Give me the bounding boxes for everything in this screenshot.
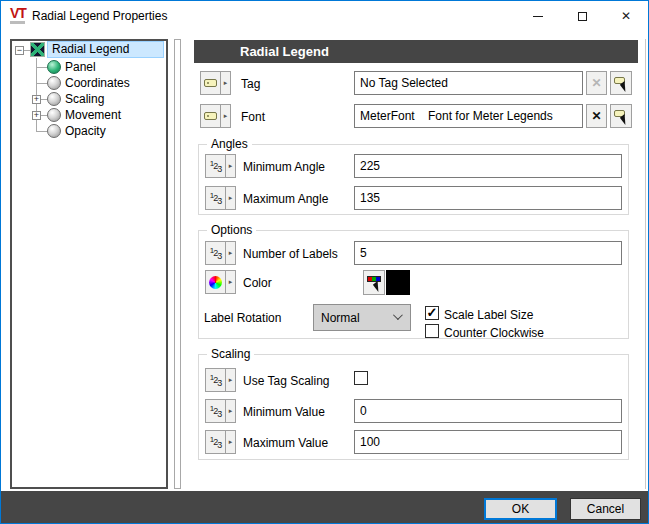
label-rotation-label: Label Rotation [204,311,281,325]
tag-label: Tag [241,77,260,91]
ok-button[interactable]: OK [484,498,557,520]
footer-bar: OK Cancel [1,491,648,523]
scale-label-size-label: Scale Label Size [444,308,533,322]
number-of-labels-label: Number of Labels [243,247,338,261]
maximize-icon [578,12,587,21]
number-of-labels-input[interactable] [354,241,622,265]
tree-item-movement[interactable]: Movement [65,107,121,123]
use-tag-scaling-type-button[interactable]: 123 ▸ [205,368,236,392]
dropdown-arrow-icon[interactable]: ▸ [221,71,231,95]
cursor-icon [620,114,630,125]
tree-item-radial-legend[interactable]: Radial Legend [47,41,164,58]
dropdown-arrow-icon[interactable]: ▸ [226,270,236,294]
number-of-labels-type-button[interactable]: 123 ▸ [205,241,236,265]
tree-connector [36,67,47,68]
color-swatch[interactable] [386,270,410,295]
minimum-angle-input[interactable] [354,154,622,178]
minimum-angle-label: Minimum Angle [243,160,325,174]
tree-item-scaling[interactable]: Scaling [65,91,104,107]
maximum-angle-input[interactable] [354,186,622,210]
app-logo-text: VT [10,6,30,20]
title-bar[interactable]: VT Radial Legend Properties ✕ [1,1,648,31]
minimize-icon [533,16,543,17]
minimize-button[interactable] [516,1,560,31]
app-logo-icon: VT [10,6,30,24]
minimum-value-type-button[interactable]: 123 ▸ [205,399,236,423]
minimum-value-label: Minimum Value [243,405,325,419]
font-input[interactable] [354,104,583,128]
maximum-value-type-button[interactable]: 123 ▸ [205,430,236,454]
chevron-down-icon [393,310,403,320]
dropdown-arrow-icon[interactable]: ▸ [226,368,236,392]
tree-connector [36,83,47,84]
close-button[interactable]: ✕ [604,1,648,31]
counter-clockwise-label: Counter Clockwise [444,326,544,340]
numeric-icon: 123 [205,368,226,392]
scaling-node-icon [47,92,61,106]
minimum-angle-type-button[interactable]: 123 ▸ [205,154,236,178]
caption-buttons: ✕ [516,1,648,31]
dropdown-arrow-icon[interactable]: ▸ [226,154,236,178]
tag-icon [200,71,221,95]
use-tag-scaling-label: Use Tag Scaling [243,374,330,388]
scaling-group: Scaling 123 ▸ Use Tag Scaling 123 ▸ Mini… [198,354,629,460]
maximum-angle-label: Maximum Angle [243,192,328,206]
angles-group-legend: Angles [207,137,252,151]
cancel-button[interactable]: Cancel [570,498,641,520]
dropdown-arrow-icon[interactable]: ▸ [226,186,236,210]
font-select-button[interactable] [610,104,632,128]
font-menu-button[interactable]: ▸ [200,104,231,128]
maximum-value-input[interactable] [354,430,622,454]
color-picker-button[interactable] [363,270,385,295]
maximum-angle-type-button[interactable]: 123 ▸ [205,186,236,210]
color-menu-button[interactable]: ▸ [205,270,236,294]
tree-item-coordinates[interactable]: Coordinates [65,75,130,91]
movement-node-icon [47,108,61,122]
color-bar-icon [367,276,381,282]
dropdown-arrow-icon[interactable]: ▸ [226,241,236,265]
cursor-icon [373,281,383,292]
scaling-group-legend: Scaling [207,347,254,361]
numeric-icon: 123 [205,399,226,423]
font-clear-button[interactable]: ✕ [586,104,607,128]
dropdown-arrow-icon[interactable]: ▸ [221,104,231,128]
maximize-button[interactable] [560,1,604,31]
tree-root-expander[interactable]: − [15,46,24,55]
options-group: Options 123 ▸ Number of Labels ▸ Color L… [198,230,629,339]
clear-icon: ✕ [591,109,601,123]
tag-input[interactable] [354,71,583,95]
dropdown-arrow-icon[interactable]: ▸ [226,430,236,454]
numeric-icon: 123 [205,154,226,178]
panel-header: Radial Legend [194,40,638,63]
use-tag-scaling-checkbox[interactable] [354,371,368,385]
tree-movement-expander[interactable]: + [32,111,41,120]
dropdown-arrow-icon[interactable]: ▸ [226,399,236,423]
tree-item-panel[interactable]: Panel [65,59,96,75]
tree-item-opacity[interactable]: Opacity [65,123,106,139]
tag-menu-button[interactable]: ▸ [200,71,231,95]
minimum-value-input[interactable] [354,399,622,423]
close-icon: ✕ [621,10,631,22]
tag-clear-button: ✕ [586,71,607,95]
panel-splitter[interactable] [174,39,181,489]
right-panel-edge [645,39,646,489]
opacity-node-icon [47,124,61,138]
coordinates-node-icon [47,76,61,90]
check-icon: ✓ [427,305,438,320]
tree-connector [36,131,47,132]
counter-clockwise-checkbox[interactable] [425,324,439,338]
cursor-icon [620,81,630,92]
label-rotation-value: Normal [321,311,360,325]
app-logo-underline [10,21,25,24]
window-title: Radial Legend Properties [32,9,167,23]
angles-group: Angles 123 ▸ Minimum Angle 123 ▸ Maximum… [198,144,629,215]
color-wheel-icon [205,270,226,294]
property-tree: − Radial Legend Panel Coordinates + Scal… [10,39,168,489]
scale-label-size-checkbox[interactable]: ✓ [425,306,439,320]
color-label: Color [243,276,272,290]
tag-icon [200,104,221,128]
label-rotation-dropdown[interactable]: Normal [313,304,411,331]
font-label: Font [241,110,265,124]
tag-select-button[interactable] [610,71,632,95]
tree-scaling-expander[interactable]: + [32,95,41,104]
